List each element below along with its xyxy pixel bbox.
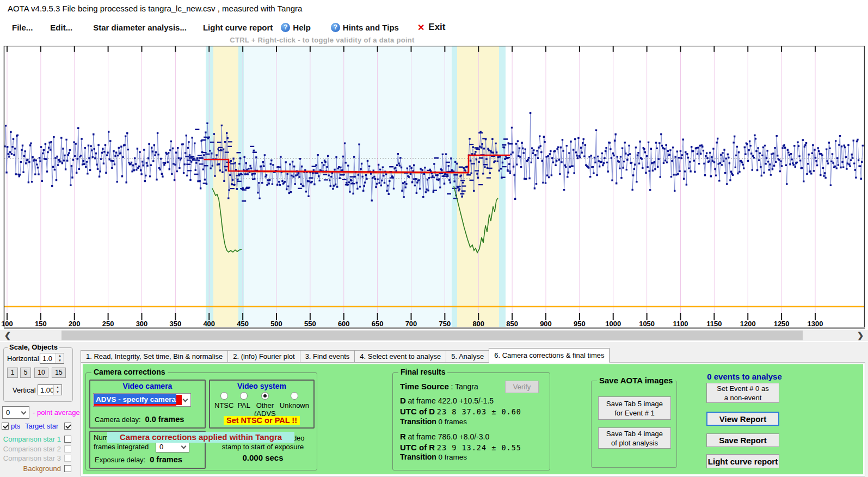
zoom-preset-1[interactable]: 1 <box>7 368 18 378</box>
transition-r-row: Transition 0 frames <box>400 452 467 461</box>
svg-text:850: 850 <box>506 320 518 328</box>
pts-checkbox[interactable] <box>2 423 9 430</box>
radio-other[interactable]: Other(ADVS <box>254 392 276 418</box>
verify-button[interactable]: Verify <box>505 381 539 393</box>
horizontal-scale-spinner[interactable]: ▲▼ <box>40 353 64 364</box>
svg-text:900: 900 <box>540 320 552 328</box>
comparison-star-1-checkbox[interactable] <box>64 436 71 443</box>
utc-r-row: UTC of R 23 9 13.24 ± 0.55 <box>400 443 521 452</box>
save-aota-images-title: Save AOTA images <box>597 376 675 385</box>
zoom-preset-10[interactable]: 10 <box>34 368 48 378</box>
tab-read-integrity[interactable]: 1. Read, Integrity, Set time, Bin & norm… <box>81 350 228 363</box>
save-tab4-image-button[interactable]: Save Tab 4 image of plot analysis <box>598 427 671 449</box>
svg-text:1200: 1200 <box>740 320 756 328</box>
svg-text:500: 500 <box>270 320 282 328</box>
view-report-button[interactable]: View Report <box>706 412 779 426</box>
vertical-scale-spinner[interactable]: ▲▼ <box>38 384 62 395</box>
light-curve-report-button[interactable]: Light curve report <box>706 454 779 468</box>
camera-delay-row: Camera delay:0.0 frames <box>95 415 184 424</box>
camera-delay-label: Camera delay: <box>95 415 141 424</box>
svg-text:400: 400 <box>203 320 215 328</box>
horizontal-scale-value[interactable] <box>40 353 56 363</box>
frames-integrated-value: 0 <box>156 443 182 451</box>
menu-exit-label: Exit <box>428 22 445 33</box>
set-event-non-event-button[interactable]: Set Event # 0 as a non-event <box>706 383 779 403</box>
bottom-panel: Scale, Objects Horizontal ▲▼ 1 5 10 15 V… <box>0 342 868 477</box>
tab-select-event[interactable]: 4. Select event to analyse <box>354 350 446 363</box>
menu-file[interactable]: File... <box>12 23 33 32</box>
video-camera-box: Video camera ADVS - specify camera Camer… <box>89 380 206 429</box>
menu-help-label: Help <box>293 23 311 32</box>
svg-text:350: 350 <box>170 320 182 328</box>
svg-text:200: 200 <box>69 320 81 328</box>
svg-text:650: 650 <box>372 320 384 328</box>
time-source-row: Time Source : Tangra <box>400 382 478 391</box>
light-curve-plot-svg[interactable]: 1001502002503003504004505005506006507007… <box>0 46 868 330</box>
svg-text:1100: 1100 <box>673 320 688 328</box>
ntsc-radio-icon[interactable] <box>220 392 228 400</box>
point-average-select[interactable]: 0 <box>2 406 29 419</box>
menu-light-curve-report[interactable]: Light curve report <box>203 23 273 32</box>
transition-d-label: Transition <box>400 417 436 426</box>
menu-exit[interactable]: ✕ Exit <box>417 22 446 33</box>
menu-help[interactable]: ? Help <box>281 23 311 32</box>
exposure-delay-label: Exposure delay: <box>95 456 145 464</box>
tab-strip: 1. Read, Integrity, Set time, Bin & norm… <box>81 348 609 363</box>
radio-ntsc[interactable]: NTSC <box>214 392 233 418</box>
svg-text:1150: 1150 <box>706 320 722 328</box>
r-letter: R <box>400 432 406 441</box>
scroll-right-icon[interactable]: ❯ <box>854 330 867 341</box>
d-frame-row: D at frame 422.0 +10.5/-1.5 <box>400 396 494 405</box>
radio-pal[interactable]: PAL <box>237 392 250 418</box>
tab-analyse[interactable]: 5. Analyse <box>446 350 489 363</box>
comparison-star-1-label: Comparison star 1 <box>0 435 61 443</box>
comparison-star-2-checkbox[interactable] <box>64 445 71 452</box>
light-curve-plot[interactable]: 1001502002503003504004505005506006507007… <box>0 46 868 330</box>
save-tab5-line1: Save Tab 5 image <box>599 399 670 408</box>
radio-unknown[interactable]: Unknown <box>280 392 309 418</box>
target-star-checkbox[interactable] <box>64 423 71 430</box>
pal-radio-icon[interactable] <box>240 392 248 400</box>
transition-d-row: Transition 0 frames <box>400 417 467 426</box>
other-label: Other <box>256 401 274 409</box>
svg-text:950: 950 <box>574 320 586 328</box>
horizontal-label: Horizontal <box>7 354 39 363</box>
vertical-scale-value[interactable] <box>38 385 53 395</box>
utc-d-row: UTC of D 23 8 37.03 ± 0.60 <box>400 407 521 416</box>
spinner-arrows-icon[interactable]: ▲▼ <box>53 385 61 395</box>
spinner-arrows-icon[interactable]: ▲▼ <box>56 353 64 363</box>
frames-integrated-select[interactable]: 0 <box>156 441 189 452</box>
tab-find-events[interactable]: 3. Find events <box>300 350 355 363</box>
save-report-button[interactable]: Save Report <box>706 433 779 447</box>
menu-star-diameter[interactable]: Star diameter analysis... <box>93 23 187 32</box>
unknown-radio-icon[interactable] <box>291 392 298 400</box>
video-camera-select[interactable]: ADVS - specify camera <box>93 393 191 407</box>
chevron-down-icon <box>183 396 188 402</box>
chevron-down-icon <box>21 409 27 414</box>
scroll-left-icon[interactable]: ❮ <box>1 330 14 341</box>
zoom-preset-15[interactable]: 15 <box>52 368 66 378</box>
tab-fourier-plot[interactable]: 2. (info) Fourier plot <box>227 350 300 363</box>
svg-text:300: 300 <box>136 320 148 328</box>
final-results-title: Final results <box>398 368 447 376</box>
time-source-value: Tangra <box>455 382 478 391</box>
save-tab4-line1: Save Tab 4 image <box>599 429 670 438</box>
zoom-preset-5[interactable]: 5 <box>20 368 31 378</box>
plot-horizontal-scrollbar[interactable]: ❮ ❯ <box>0 330 868 341</box>
comparison-star-2-label: Comparison star 2 <box>0 445 61 453</box>
svg-text:750: 750 <box>439 320 451 328</box>
menu-hints[interactable]: ? Hints and Tips <box>331 23 399 32</box>
set-ntsc-pal-warning: Set NTSC or PAL !! <box>224 416 300 425</box>
save-tab5-image-button[interactable]: Save Tab 5 image for Event # 1 <box>598 396 671 420</box>
camera-delay-value: 0.0 frames <box>145 415 184 424</box>
background-checkbox[interactable] <box>64 465 71 472</box>
tangra-corrections-banner: Camera corrections applied within Tangra <box>107 432 294 443</box>
tab-camera-corrections[interactable]: 6. Camera corrections & final times <box>489 348 610 363</box>
other-radio-icon[interactable] <box>261 392 269 400</box>
camera-corrections-title: Camera corrections <box>91 368 168 376</box>
comparison-star-3-checkbox[interactable] <box>64 455 71 462</box>
menu-edit[interactable]: Edit... <box>50 23 72 32</box>
svg-text:150: 150 <box>35 320 47 328</box>
camera-corrections-group: Camera corrections Video camera ADVS - s… <box>85 372 317 470</box>
scrollbar-thumb[interactable] <box>61 331 803 340</box>
